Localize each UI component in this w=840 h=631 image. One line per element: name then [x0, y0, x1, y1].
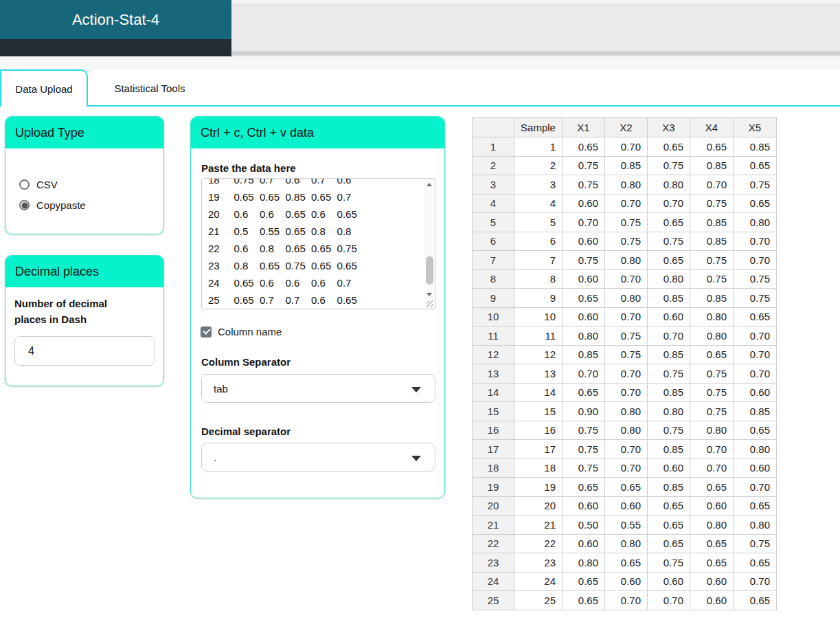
column-header	[473, 118, 514, 137]
data-cell: 12	[514, 345, 563, 364]
data-cell: 0.65	[563, 137, 605, 157]
scroll-up-icon[interactable]	[424, 179, 434, 189]
data-cell: 0.75	[648, 421, 690, 440]
row-index-cell: 12	[473, 345, 514, 364]
data-cell: 0.65	[734, 156, 777, 175]
data-cell: 0.65	[734, 591, 777, 610]
data-cell: 0.65	[648, 213, 690, 232]
data-cell: 0.60	[648, 307, 690, 326]
data-cell: 0.80	[563, 326, 605, 346]
table-row: 19190.650.650.850.650.70	[473, 478, 777, 497]
paste-textarea-label: Paste the data here	[201, 160, 296, 176]
data-cell: 0.80	[563, 553, 605, 573]
table-row: 21210.500.550.650.800.80	[473, 516, 777, 535]
data-cell: 0.80	[648, 175, 690, 195]
app-window: Action-Stat-4 Data Upload Statistical To…	[0, 0, 840, 631]
textarea-scrollbar[interactable]	[424, 179, 434, 299]
data-cell: 0.70	[605, 269, 648, 289]
resize-grip-icon[interactable]	[427, 300, 433, 307]
data-cell: 0.80	[690, 307, 734, 326]
data-cell: 0.85	[734, 402, 777, 421]
textarea-line: 19 0.65 0.65 0.85 0.65 0.7	[208, 188, 435, 206]
checkbox-icon[interactable]	[201, 326, 212, 337]
header-sub-bar	[0, 39, 231, 56]
data-cell: 0.80	[734, 516, 777, 535]
data-cell: 0.65	[690, 534, 734, 553]
data-cell: 0.70	[563, 364, 605, 384]
data-cell: 0.65	[605, 478, 648, 497]
card-title: Upload Type	[15, 126, 84, 140]
data-cell: 0.85	[648, 345, 690, 364]
data-cell: 20	[514, 496, 563, 516]
scrollbar-thumb[interactable]	[426, 256, 433, 285]
data-cell: 0.65	[690, 345, 734, 364]
data-cell: 0.75	[563, 251, 605, 270]
data-cell: 17	[514, 440, 563, 459]
data-cell: 0.65	[648, 496, 690, 516]
data-cell: 0.85	[648, 440, 690, 459]
header-divider-strip	[0, 56, 840, 69]
paste-textarea-content: 18 0.75 0.7 0.6 0.7 0.619 0.65 0.65 0.85…	[202, 178, 435, 309]
data-cell: 0.75	[563, 458, 605, 478]
data-cell: 0.75	[563, 175, 605, 195]
row-index-cell: 14	[473, 383, 514, 402]
tab-statistical-tools[interactable]: Statistical Tools	[88, 69, 212, 107]
textarea-line: 23 0.8 0.65 0.75 0.65 0.65	[208, 257, 435, 274]
data-cell: 0.70	[734, 478, 777, 497]
data-cell: 0.85	[734, 137, 777, 157]
data-cell: 0.65	[690, 553, 734, 573]
table-row: 12120.850.750.850.650.70	[473, 345, 777, 364]
radio-icon[interactable]	[19, 200, 30, 210]
data-cell: 0.60	[563, 269, 605, 289]
data-table: SampleX1X2X3X4X5 110.650.700.650.650.852…	[472, 117, 777, 610]
data-cell: 11	[514, 326, 563, 346]
chevron-down-icon	[411, 387, 421, 392]
tab-data-upload[interactable]: Data Upload	[0, 69, 88, 107]
data-cell: 0.85	[690, 156, 734, 175]
data-cell: 0.80	[605, 175, 648, 195]
data-cell: 23	[514, 553, 563, 573]
decimal-places-input[interactable]	[14, 336, 155, 366]
card-title: Decimal places	[15, 265, 99, 279]
data-cell: 0.65	[734, 496, 777, 516]
data-cell: 0.75	[563, 440, 605, 459]
column-separator-label: Column Separator	[201, 354, 291, 370]
data-cell: 0.65	[734, 307, 777, 326]
row-index-cell: 5	[473, 213, 514, 232]
radio-icon[interactable]	[19, 179, 30, 190]
data-cell: 24	[514, 572, 563, 591]
table-row: 440.600.700.700.750.65	[473, 194, 777, 213]
data-cell: 0.70	[734, 326, 777, 346]
column-name-checkbox-row[interactable]: Column name	[201, 326, 282, 337]
column-header: X2	[605, 118, 648, 137]
data-cell: 0.80	[734, 440, 777, 459]
data-cell: 0.75	[690, 269, 734, 289]
decimal-separator-select[interactable]: .	[201, 443, 435, 472]
data-cell: 0.75	[690, 402, 734, 421]
column-separator-select[interactable]: tab	[201, 374, 435, 403]
table-row: 25250.650.700.700.600.65	[473, 591, 777, 610]
data-cell: 0.75	[648, 232, 690, 251]
data-cell: 0.70	[605, 194, 648, 213]
table-row: 18180.750.700.600.700.60	[473, 458, 777, 478]
table-row: 23230.800.650.750.650.65	[473, 553, 777, 573]
data-cell: 0.70	[690, 175, 734, 195]
tab-label: Data Upload	[15, 83, 72, 95]
data-cell: 0.80	[605, 289, 648, 308]
data-cell: 0.80	[605, 421, 648, 440]
data-cell: 0.70	[690, 440, 734, 459]
radio-option-copypaste[interactable]: Copypaste	[19, 199, 86, 211]
table-header-row: SampleX1X2X3X4X5	[473, 118, 777, 137]
data-cell: 0.65	[605, 553, 648, 573]
paste-textarea[interactable]: 18 0.75 0.7 0.6 0.7 0.619 0.65 0.65 0.85…	[201, 178, 435, 309]
data-cell: 9	[514, 289, 563, 308]
data-cell: 18	[514, 458, 563, 478]
data-cell: 0.65	[690, 478, 734, 497]
data-table-container: SampleX1X2X3X4X5 110.650.700.650.650.852…	[472, 117, 777, 610]
data-cell: 0.75	[605, 345, 648, 364]
row-index-cell: 17	[473, 440, 514, 459]
radio-option-csv[interactable]: CSV	[19, 179, 58, 190]
decimal-separator-label: Decimal separator	[201, 423, 291, 439]
tab-label: Statistical Tools	[114, 82, 185, 94]
scroll-down-icon[interactable]	[424, 289, 434, 299]
